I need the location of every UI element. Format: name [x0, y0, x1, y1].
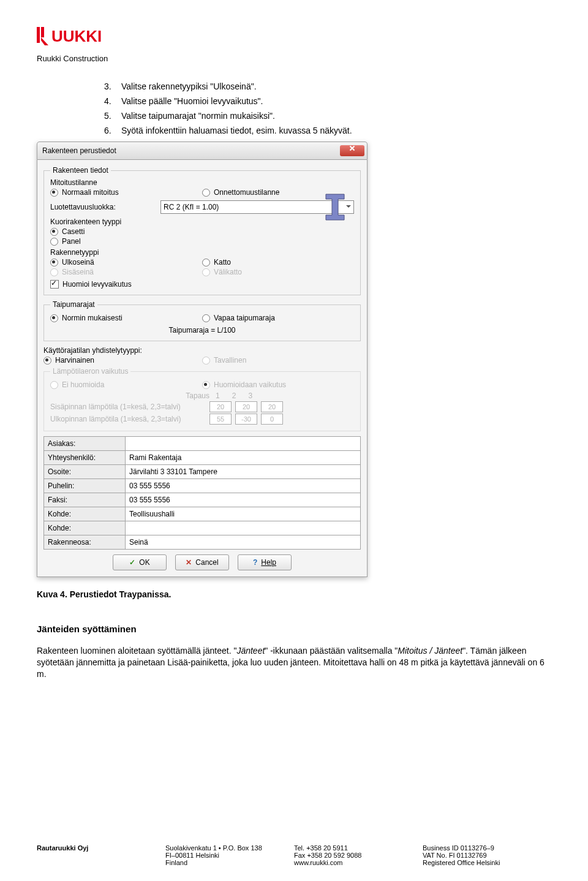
legend: Rakenteen tiedot: [50, 166, 111, 175]
footer-office: Registered Office Helsinki: [423, 859, 551, 866]
radio-normin-mukaisesti[interactable]: Normin mukaisesti: [50, 314, 202, 322]
section-heading: Jänteiden syöttäminen: [37, 624, 551, 634]
radio-ei-huomioida: Ei huomioida: [50, 380, 202, 389]
table-row: Faksi:03 555 5556: [44, 493, 361, 507]
svg-rect-1: [41, 27, 44, 37]
col-3: 3: [248, 391, 252, 400]
step-text: Valitse päälle "Huomioi levyvaikutus".: [121, 96, 263, 106]
input-rakenneosa[interactable]: Seinä: [126, 535, 361, 550]
ruukki-logo: UUKKI: [37, 25, 551, 48]
ulko-2: -30: [235, 414, 257, 425]
table-row: Yhteyshenkilö:Rami Rakentaja: [44, 451, 361, 465]
footer-web: www.ruukki.com: [294, 859, 423, 866]
label-sisapinta: Sisäpinnan lämpötila (1=kesä, 2,3=talvi): [50, 403, 209, 411]
step-number: 6.: [104, 126, 121, 135]
legend: Lämpötilaeron vaikutus: [50, 367, 130, 376]
table-row: Rakenneosa:Seinä: [44, 535, 361, 550]
label-rakennetyyppi: Rakennetyyppi: [50, 248, 354, 257]
numbered-steps: 3.Valitse rakennetyypiksi "Ulkoseinä". 4…: [104, 81, 545, 135]
table-row: Osoite:Järvilahti 3 33101 Tampere: [44, 465, 361, 479]
footer-addr-2: FI–00811 Helsinki: [165, 852, 294, 859]
footer-company: Rautaruukki Oyj: [37, 844, 165, 852]
step-number: 4.: [104, 96, 121, 106]
radio-normaali-mitoitus[interactable]: Normaali mitoitus: [50, 188, 202, 197]
table-row: Kohde:Teollisuushalli: [44, 507, 361, 521]
ok-button[interactable]: ✓OK: [113, 554, 167, 570]
label-kuorirakenne: Kuorirakenteen tyyppi: [50, 217, 354, 226]
svg-rect-0: [37, 27, 40, 43]
radio-tavallinen: Tavallinen: [202, 356, 361, 365]
radio-casetti[interactable]: Casetti: [50, 227, 85, 236]
table-row: Asiakas:: [44, 437, 361, 451]
dialog-window: Rakenteen perustiedot Rakenteen tiedot M…: [37, 142, 368, 577]
radio-ulkoseina[interactable]: Ulkoseinä: [50, 258, 202, 267]
dialog-titlebar[interactable]: Rakenteen perustiedot: [37, 142, 368, 160]
sisa-1: 20: [209, 401, 232, 412]
radio-huomioidaan: Huomioidaan vaikutus: [202, 380, 354, 389]
beam-icon: [321, 193, 349, 221]
label-mitoitustilanne: Mitoitustilanne: [50, 178, 354, 187]
company-subtitle: Ruukki Construction: [37, 54, 551, 63]
input-kohde-1[interactable]: Teollisuushalli: [126, 507, 361, 521]
step-text: Valitse rakennetyypiksi "Ulkoseinä".: [121, 81, 257, 91]
input-faksi[interactable]: 03 555 5556: [126, 493, 361, 507]
footer-vat: VAT No. FI 01132769: [423, 852, 551, 859]
svg-marker-3: [326, 194, 344, 220]
label-yhdistelytyyppi: Käyttörajatilan yhdistelytyyppi:: [43, 346, 361, 355]
svg-text:UUKKI: UUKKI: [51, 27, 102, 45]
legend: Taipumarajat: [50, 300, 97, 309]
question-icon: ?: [253, 558, 257, 567]
footer-addr-1: Suolakivenkatu 1 • P.O. Box 138: [165, 844, 294, 852]
dialog-title: Rakenteen perustiedot: [42, 146, 116, 155]
check-icon: ✓: [129, 558, 135, 567]
info-table: Asiakas: Yhteyshenkilö:Rami Rakentaja Os…: [43, 436, 361, 550]
group-lampotilaero: Lämpötilaeron vaikutus Ei huomioida Huom…: [43, 367, 361, 431]
radio-vapaa-taipumaraja[interactable]: Vapaa taipumaraja: [202, 314, 354, 322]
checkbox-levyvaikutus-label: Huomioi levyvaikutus: [62, 280, 132, 289]
footer-businessid: Business ID 0113276–9: [423, 844, 551, 852]
footer-addr-3: Finland: [165, 859, 294, 866]
section-paragraph: Rakenteen luominen aloitetaan syöttämäll…: [37, 645, 551, 680]
help-button[interactable]: ?Help: [238, 554, 292, 570]
taipumaraja-equation: Taipumaraja = L/100: [168, 326, 235, 335]
col-1: 1: [216, 391, 220, 400]
sisa-3: 20: [261, 401, 283, 412]
table-row: Puhelin:03 555 5556: [44, 479, 361, 493]
step-number: 5.: [104, 111, 121, 121]
footer-fax: Fax +358 20 592 9088: [294, 852, 423, 859]
col-2: 2: [232, 391, 236, 400]
ulko-3: 0: [261, 414, 283, 425]
close-icon: ✕: [186, 558, 192, 567]
step-text: Syötä infokenttiin haluamasi tiedot, esi…: [121, 126, 352, 135]
input-puhelin[interactable]: 03 555 5556: [126, 479, 361, 493]
label-tapaus: Tapaus: [50, 391, 216, 400]
page-footer: Rautaruukki Oyj Suolakivenkatu 1 • P.O. …: [37, 844, 551, 866]
label-luotettavuusluokka: Luotettavuusluokka:: [50, 203, 160, 211]
close-icon[interactable]: [340, 145, 364, 156]
label-ulkopinta: Ulkopinnan lämpötila (1=kesä, 2,3=talvi): [50, 415, 209, 423]
sisa-2: 20: [235, 401, 257, 412]
checkbox-levyvaikutus[interactable]: [50, 280, 59, 289]
table-row: Kohde:: [44, 521, 361, 535]
input-asiakas[interactable]: [126, 437, 361, 451]
radio-harvinainen[interactable]: Harvinainen: [43, 356, 202, 365]
cancel-button[interactable]: ✕Cancel: [175, 554, 229, 570]
input-kohde-2[interactable]: [126, 521, 361, 535]
group-taipumarajat: Taipumarajat Normin mukaisesti Vapaa tai…: [43, 300, 361, 341]
group-rakenteen-tiedot: Rakenteen tiedot Mitoitustilanne Normaal…: [43, 166, 361, 295]
step-text: Valitse taipumarajat "normin mukaisiksi"…: [121, 111, 275, 121]
footer-tel: Tel. +358 20 5911: [294, 844, 423, 852]
ulko-1: 55: [209, 414, 232, 425]
radio-katto[interactable]: Katto: [202, 258, 354, 267]
input-osoite[interactable]: Järvilahti 3 33101 Tampere: [126, 465, 361, 479]
step-number: 3.: [104, 81, 121, 91]
radio-panel[interactable]: Panel: [50, 237, 81, 246]
figure-caption: Kuva 4. Perustiedot Traypanissa.: [37, 589, 551, 599]
input-yhteyshenkilo[interactable]: Rami Rakentaja: [126, 451, 361, 465]
radio-valikatto: Välikatto: [202, 268, 354, 276]
radio-sisaseina: Sisäseinä: [50, 268, 202, 276]
